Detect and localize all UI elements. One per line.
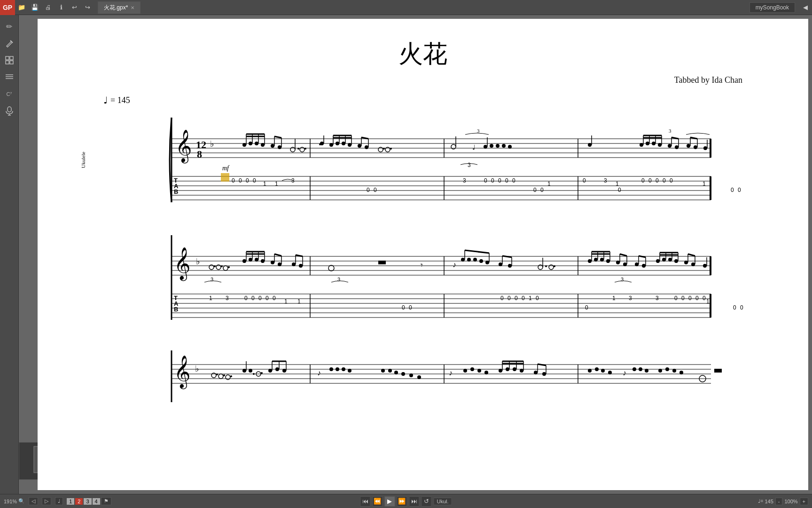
svg-point-334	[342, 367, 345, 371]
loop-btn[interactable]: ↺	[421, 496, 431, 507]
svg-text:0: 0	[265, 295, 269, 302]
redo-btn[interactable]: ↪	[81, 1, 94, 14]
svg-text:3: 3	[211, 277, 213, 282]
svg-point-192	[249, 258, 252, 262]
metronome-value: 145	[765, 499, 773, 504]
svg-point-116	[675, 145, 679, 149]
next-btn[interactable]: ⏩	[397, 496, 407, 507]
svg-text:3: 3	[337, 277, 340, 282]
svg-text:1: 1	[547, 181, 551, 187]
info-btn[interactable]: ℹ	[55, 1, 68, 14]
svg-point-373	[679, 371, 683, 374]
tempo-symbol: ♩	[103, 95, 108, 106]
svg-text:0: 0	[618, 187, 621, 193]
svg-point-326	[275, 367, 279, 371]
svg-text:0: 0	[374, 187, 377, 193]
tabbed-by-text: Tabbed by Ida Chan	[66, 75, 780, 85]
bar-1[interactable]: 1	[67, 498, 74, 505]
mysongbook-button[interactable]: mySongBook	[750, 2, 795, 13]
svg-point-53	[255, 142, 258, 145]
svg-point-335	[348, 369, 351, 373]
print-btn[interactable]: 🖨	[41, 1, 55, 14]
bar-2[interactable]: 2	[75, 498, 83, 505]
svg-point-78	[348, 143, 351, 147]
svg-point-108	[652, 142, 656, 145]
staff-system-3: 𝄞 ♭	[103, 348, 780, 405]
grid-icon[interactable]	[2, 53, 17, 68]
svg-point-187	[221, 265, 223, 267]
svg-text:0: 0	[258, 295, 262, 302]
tempo-value: = 145	[110, 95, 130, 105]
svg-point-368	[639, 367, 642, 371]
mic-icon[interactable]	[2, 103, 17, 119]
brush-icon[interactable]	[2, 36, 17, 51]
svg-text:0: 0	[498, 177, 501, 184]
svg-text:0: 0	[641, 177, 645, 184]
svg-text:0: 0	[585, 304, 588, 311]
sheet-page[interactable]: 火花 Tabbed by Ida Chan ♩ = 145 Ukulele	[38, 19, 808, 490]
svg-point-367	[632, 367, 636, 371]
save-btn[interactable]: 💾	[28, 1, 41, 14]
svg-point-76	[342, 142, 345, 145]
tempo-marking: ♩ = 145	[103, 95, 780, 106]
zoom-percent-value: 100%	[784, 499, 797, 504]
svg-line-226	[502, 256, 512, 257]
bar-flag-btn[interactable]: ⚑	[101, 497, 111, 505]
svg-point-318	[242, 369, 246, 373]
svg-text:mf: mf	[222, 165, 230, 172]
bar-3[interactable]: 3	[84, 498, 91, 505]
svg-line-204	[274, 254, 281, 256]
svg-point-370	[658, 369, 662, 373]
staff-svg-2: 𝄞 ♭ T A B	[103, 230, 780, 325]
current-tab[interactable]: 火花.gpx* ✕	[98, 1, 141, 14]
track-selector[interactable]: Ukul.	[433, 498, 452, 505]
svg-point-97	[490, 144, 493, 148]
svg-point-217	[473, 258, 477, 262]
skip-end-btn[interactable]: ⏭	[409, 496, 419, 507]
pencil-icon[interactable]: ✏	[2, 19, 17, 34]
svg-text:𝄞: 𝄞	[175, 130, 192, 164]
zoom-out-btn[interactable]: -	[775, 498, 783, 505]
staff-system-2: 𝄞 ♭ T A B	[103, 230, 780, 325]
zoom-controls: ♩= 145 - 100% +	[758, 498, 808, 505]
svg-point-200	[271, 261, 274, 264]
staff-system-1: Ukulele	[103, 113, 780, 207]
svg-point-238	[606, 259, 610, 263]
expand-btn[interactable]: ◀	[799, 1, 812, 14]
svg-text:0: 0	[583, 177, 586, 184]
svg-point-190	[242, 259, 246, 263]
nav-left-btn[interactable]: ◁	[29, 497, 38, 505]
tab-close-btn[interactable]: ✕	[131, 5, 134, 10]
zoom-percent: 100%	[784, 499, 797, 504]
nav-right-btn[interactable]: ▷	[42, 497, 51, 505]
undo-btn[interactable]: ↩	[68, 1, 81, 14]
play-btn[interactable]: ▶	[384, 496, 395, 507]
skip-start-btn[interactable]: ⏮	[360, 496, 370, 507]
svg-text:1: 1	[209, 295, 212, 302]
svg-text:B: B	[174, 188, 178, 195]
bar-4[interactable]: 4	[93, 498, 100, 505]
svg-point-364	[601, 369, 605, 373]
lines-icon[interactable]	[2, 70, 17, 85]
svg-text:0: 0	[738, 187, 741, 193]
svg-text:0: 0	[253, 177, 256, 184]
svg-point-345	[477, 369, 481, 373]
svg-text:0: 0	[656, 177, 659, 184]
prev-btn[interactable]: ⏪	[372, 496, 383, 507]
svg-point-222	[499, 262, 502, 266]
svg-point-121	[694, 145, 697, 149]
open-file-btn[interactable]: 📁	[15, 1, 28, 14]
svg-point-210	[328, 265, 334, 271]
chord-icon[interactable]: C⁷	[2, 87, 17, 102]
svg-text:♪: ♪	[623, 369, 626, 377]
svg-point-194	[255, 258, 258, 262]
svg-point-359	[542, 372, 546, 376]
svg-text:♪: ♪	[317, 369, 321, 377]
svg-text:0: 0	[505, 177, 508, 184]
svg-text:0: 0	[491, 177, 494, 184]
playback-controls: ⏮ ⏪ ▶ ⏩ ⏭ ↺ Ukul.	[360, 496, 452, 507]
zoom-in-btn[interactable]: +	[800, 498, 808, 505]
svg-text:0: 0	[533, 187, 537, 193]
metronome-btn[interactable]: ♩	[55, 497, 63, 505]
svg-point-214	[461, 258, 465, 262]
